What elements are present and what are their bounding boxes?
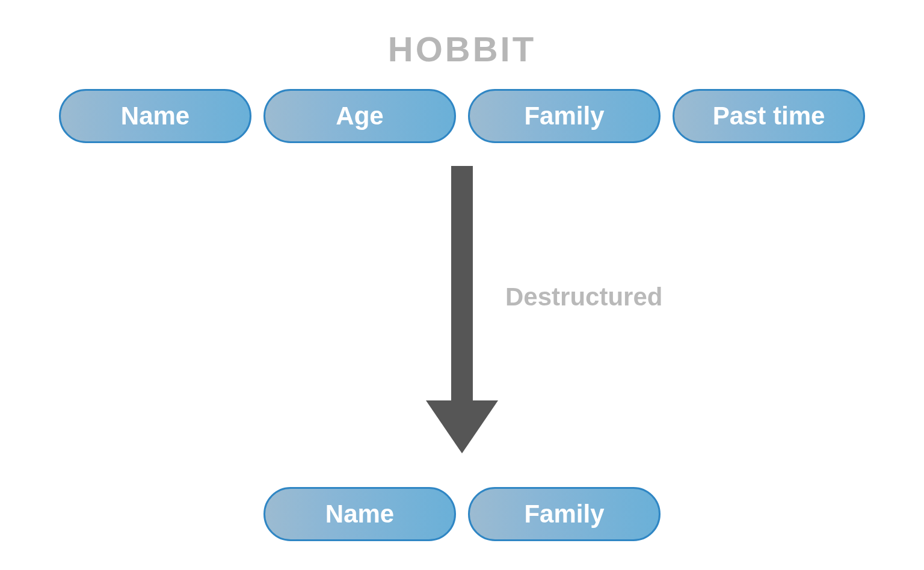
result-pill-row: Name Family bbox=[0, 487, 924, 541]
source-pill-past-time: Past time bbox=[673, 89, 865, 143]
source-pill-row: Name Age Family Past time bbox=[0, 89, 924, 143]
source-pill-name: Name bbox=[59, 89, 251, 143]
arrow-label: Destructured bbox=[505, 283, 662, 311]
diagram-title: HOBBIT bbox=[0, 29, 924, 69]
result-pill-family: Family bbox=[468, 487, 661, 541]
diagram-canvas: HOBBIT Name Age Family Past time Destruc… bbox=[0, 0, 924, 570]
svg-rect-0 bbox=[451, 166, 473, 406]
result-pill-name: Name bbox=[263, 487, 456, 541]
down-arrow-icon bbox=[420, 166, 504, 455]
svg-marker-1 bbox=[426, 400, 498, 453]
source-pill-age: Age bbox=[263, 89, 456, 143]
source-pill-family: Family bbox=[468, 89, 661, 143]
